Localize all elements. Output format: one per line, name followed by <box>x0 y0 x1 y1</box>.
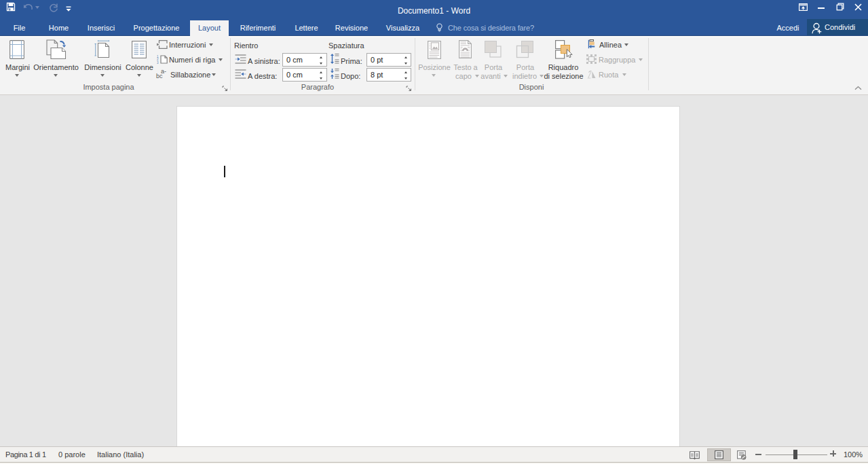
svg-text:3: 3 <box>157 61 159 65</box>
